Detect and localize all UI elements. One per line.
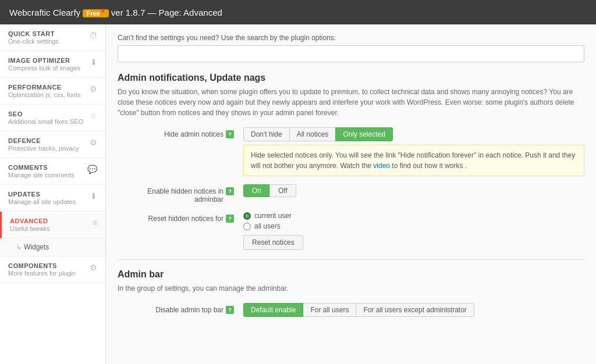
radio-current-user-input[interactable]	[243, 212, 251, 220]
sidebar-item-subtitle: More features for plugin	[8, 270, 76, 277]
sidebar-item-title: COMPONENTS	[8, 262, 76, 269]
sidebar-item-comments[interactable]: COMMENTS Manage site comments 💬	[0, 158, 105, 185]
setting-hide-admin-notices: Hide admin notices ? Don't hide All noti…	[118, 127, 584, 176]
help-icon[interactable]: ?	[226, 215, 234, 223]
sidebar-item-title: SEO	[8, 110, 83, 117]
setting-label: Reset hidden notices for ?	[118, 212, 234, 223]
search-input[interactable]	[118, 45, 584, 62]
header-title: Webcraftic Clearfy Free★ ver 1.8.7 — Pag…	[9, 8, 222, 17]
sidebar-item-title: PERFORMANCE	[8, 84, 81, 91]
sidebar-item-defence[interactable]: DEFENCE Protective hacks, privacy ⚙	[0, 131, 105, 158]
setting-control: Default enable For all users For all use…	[243, 303, 584, 317]
for-all-users-except-admin-button[interactable]: For all users except administrator	[356, 303, 474, 317]
for-all-users-button[interactable]: For all users	[303, 303, 356, 317]
clock-icon: ⏱	[89, 31, 97, 40]
sidebar-item-subtitle: Optimization js, css, fonts	[8, 91, 81, 98]
sidebar-item-subtitle: Manage all site updates	[8, 198, 76, 205]
disable-admin-bar-group: Default enable For all users For all use…	[243, 303, 584, 317]
sidebar-item-components[interactable]: COMPONENTS More features for plugin ⚙	[0, 256, 105, 283]
download-icon: ⬇	[90, 58, 97, 67]
main-content: Can't find the settings you need? Use th…	[106, 24, 596, 364]
help-icon[interactable]: ?	[226, 130, 234, 138]
radio-all-users[interactable]: all users	[243, 222, 584, 230]
setting-label: Enable hidden notices in adminbar ?	[118, 184, 234, 204]
header: Webcraftic Clearfy Free★ ver 1.8.7 — Pag…	[0, 0, 596, 24]
sidebar-item-title: UPDATES	[8, 191, 76, 198]
sidebar-item-title: COMMENTS	[8, 164, 74, 171]
sidebar-item-subtitle: Protective hacks, privacy	[8, 145, 79, 152]
sidebar: QUICK START One-click settings ⏱ IMAGE O…	[0, 24, 106, 364]
gear-icon: ⚙	[90, 84, 97, 94]
setting-label: Disable admin top bar ?	[118, 303, 234, 314]
setting-enable-hidden-notices: Enable hidden notices in adminbar ? On O…	[118, 184, 584, 204]
section1-description: Do you know the situation, when some plu…	[118, 87, 584, 118]
radio-group: current user all users	[243, 212, 584, 230]
on-button[interactable]: On	[243, 184, 270, 197]
star-icon: ☆	[90, 111, 97, 120]
only-selected-button[interactable]: Only selected	[335, 127, 393, 141]
sidebar-item-subtitle: Useful tweaks	[10, 225, 49, 232]
comment-icon: 💬	[87, 165, 97, 174]
red-arrow-annotation	[0, 216, 2, 234]
shield-icon: ⚙	[90, 138, 97, 147]
list-icon: ≡	[93, 218, 97, 227]
section-divider	[118, 259, 584, 260]
header-badge: Free★	[83, 9, 108, 17]
components-icon: ⚙	[90, 263, 97, 272]
dont-hide-button[interactable]: Don't hide	[243, 127, 290, 141]
help-icon[interactable]: ?	[226, 306, 234, 314]
sidebar-item-subtitle: Compress bulk of images	[8, 65, 80, 72]
on-off-toggle: On Off	[243, 184, 584, 197]
setting-reset-hidden-notices: Reset hidden notices for ? current user …	[118, 212, 584, 250]
sidebar-item-updates[interactable]: UPDATES Manage all site updates ⬇	[0, 185, 105, 212]
sidebar-item-title: IMAGE OPTIMIZER	[8, 57, 80, 64]
help-icon[interactable]: ?	[226, 187, 234, 195]
sidebar-sub-item-widgets[interactable]: Widgets	[0, 238, 105, 256]
section2-description: In the group of settings, you can manage…	[118, 283, 584, 294]
all-notices-button[interactable]: All notices	[289, 127, 336, 141]
sidebar-item-performance[interactable]: PERFORMANCE Optimization js, css, fonts …	[0, 78, 105, 105]
sidebar-item-image-optimizer[interactable]: IMAGE OPTIMIZER Compress bulk of images …	[0, 51, 105, 78]
sidebar-item-subtitle: Manage site comments	[8, 172, 74, 179]
hide-admin-notices-group: Don't hide All notices Only selected	[243, 127, 584, 141]
setting-control: current user all users Reset notices	[243, 212, 584, 250]
update-icon: ⬇	[90, 191, 97, 201]
sidebar-item-title: QUICK START	[8, 30, 59, 37]
sidebar-item-subtitle: One-click settings	[8, 38, 59, 45]
section2-title: Admin bar	[118, 269, 584, 280]
off-button[interactable]: Off	[269, 184, 296, 197]
setting-disable-admin-top-bar: Disable admin top bar ? Default enable F…	[118, 303, 584, 317]
sidebar-item-advanced[interactable]: ADVANCED Useful tweaks ≡	[0, 212, 105, 238]
sidebar-item-quick-start[interactable]: QUICK START One-click settings ⏱	[0, 24, 105, 51]
setting-control: On Off	[243, 184, 584, 197]
default-enable-button[interactable]: Default enable	[243, 303, 303, 317]
video-link[interactable]: video	[373, 162, 390, 170]
sidebar-item-title: ADVANCED	[10, 217, 49, 224]
radio-all-users-input[interactable]	[243, 223, 251, 230]
reset-notices-button[interactable]: Reset notices	[243, 235, 303, 250]
info-box: Hide selected notices only. You will see…	[243, 145, 584, 176]
sidebar-item-subtitle: Additional small fixes SEO	[8, 118, 83, 125]
section1-title: Admin notifications, Update nags	[118, 73, 584, 83]
search-hint: Can't find the settings you need? Use th…	[118, 34, 584, 42]
setting-label: Hide admin notices ?	[118, 127, 234, 138]
sidebar-item-seo[interactable]: SEO Additional small fixes SEO ☆	[0, 105, 105, 131]
radio-current-user[interactable]: current user	[243, 212, 584, 220]
setting-control: Don't hide All notices Only selected Hid…	[243, 127, 584, 176]
layout: QUICK START One-click settings ⏱ IMAGE O…	[0, 24, 596, 364]
sidebar-item-title: DEFENCE	[8, 137, 79, 144]
